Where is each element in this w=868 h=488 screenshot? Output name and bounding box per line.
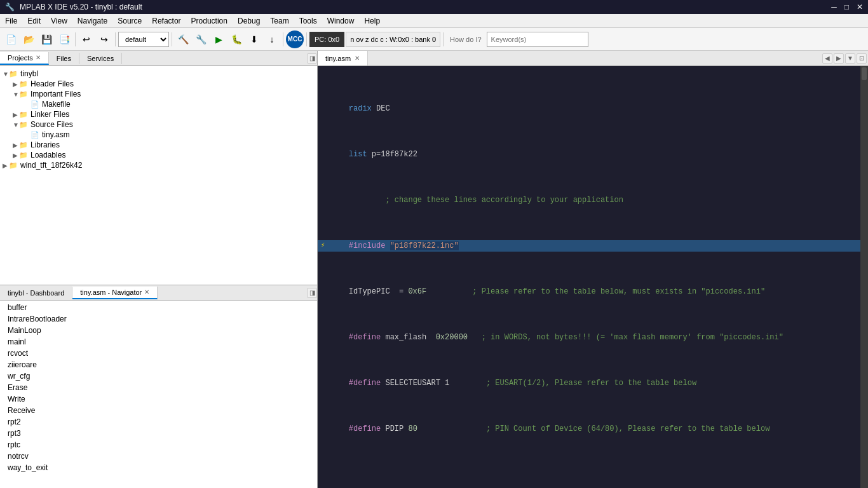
clean-build-btn[interactable]: 🔧 [193,31,209,48]
tab-files[interactable]: Files [49,53,79,64]
expand-source-files[interactable]: ▼ [13,121,19,128]
app-icon: 🔧 [5,3,15,11]
nav-notrcv[interactable]: notrcv [5,451,312,462]
left-panel-toggle[interactable]: ◨ [307,53,317,64]
folder-icon-linker-files: 📁 [19,111,28,119]
editor-next-btn[interactable]: ▶ [834,53,844,64]
menu-tools[interactable]: Tools [294,15,322,27]
save-btn[interactable]: 💾 [38,31,55,48]
nav-rpt2[interactable]: rpt2 [5,416,312,428]
toolbar: 📄 📂 💾 📑 ↩ ↪ default 🔨 🔧 ▶ 🐛 ⬇ ↓ MCC PC: … [0,28,868,51]
nav-buffer[interactable]: buffer [5,302,312,313]
code-line-6: #define max_flash 0x20000 ; in WORDS, no… [318,332,860,343]
toolbar-sep-1 [75,32,76,46]
nav-rcvoct[interactable]: rcvoct [5,348,312,359]
nav-mainl[interactable]: mainl [5,336,312,348]
expand-libraries[interactable]: ▶ [13,142,19,149]
tab-projects[interactable]: Projects ✕ [0,52,49,65]
file-icon-tiny-asm: 📄 [31,131,39,139]
project-tabs: Projects ✕ Files Services ◨ [0,51,317,66]
project-tree: ▼ 📁 tinybl ▶ 📁 Header Files ▼ 📁 Importan… [0,66,317,285]
nav-erase[interactable]: Erase [5,382,312,393]
tree-item-makefile[interactable]: 📄 Makefile [0,99,317,109]
folder-icon-tinybl: 📁 [9,70,18,78]
nav-rptc[interactable]: rptc [5,439,312,451]
main-layout: Projects ✕ Files Services ◨ ▼ 📁 tinybl ▶ [0,51,868,488]
menu-view[interactable]: View [46,15,72,27]
tree-item-source-files[interactable]: ▼ 📁 Source Files [0,119,317,130]
undo-btn[interactable]: ↩ [78,31,95,48]
expand-linker-files[interactable]: ▶ [13,111,19,118]
tree-item-tinybl[interactable]: ▼ 📁 tinybl [0,69,317,79]
build-btn[interactable]: 🔨 [175,31,191,48]
editor-menu-btn[interactable]: ▼ [845,53,855,64]
config-dropdown[interactable]: default [118,32,169,47]
editor-tab-tiny-asm[interactable]: tiny.asm ✕ [318,51,368,65]
minimize-btn[interactable]: ─ [831,3,837,11]
navigator-panel-toggle[interactable]: ◨ [307,288,317,298]
tab-navigator-close[interactable]: ✕ [144,288,149,295]
tree-item-wind-tft[interactable]: ▶ 📁 wind_tft_18f26k42 [0,160,317,170]
program-btn[interactable]: ⬇ [246,31,262,48]
menu-source[interactable]: Source [112,15,147,27]
redo-btn[interactable]: ↪ [96,31,112,48]
tree-item-linker-files[interactable]: ▶ 📁 Linker Files [0,109,317,119]
code-line-7: #define SELECTEUSART 1 ; EUSART(1/2), Pl… [318,377,860,389]
nav-rpt3[interactable]: rpt3 [5,428,312,439]
tab-dashboard[interactable]: tinybl - Dashboard [0,287,72,299]
nav-receive[interactable]: Receive [5,405,312,416]
menu-edit[interactable]: Edit [22,15,46,27]
editor-tab-close[interactable]: ✕ [355,55,360,62]
nav-write[interactable]: Write [5,393,312,405]
tab-navigator[interactable]: tiny.asm - Navigator ✕ [72,287,158,299]
menu-refactor[interactable]: Refactor [147,15,186,27]
menu-debug[interactable]: Debug [233,15,265,27]
maximize-btn[interactable]: □ [844,3,849,11]
tab-projects-close[interactable]: ✕ [36,54,41,61]
toolbar-sep-6 [443,32,444,46]
tree-item-tiny-asm[interactable]: 📄 tiny.asm [0,130,317,140]
expand-important-files[interactable]: ▼ [13,91,19,98]
navigator-tabs: tinybl - Dashboard tiny.asm - Navigator … [0,285,317,301]
close-btn[interactable]: ✕ [857,3,863,11]
code-editor[interactable]: radix DEC list p=18f87k22 ; [318,66,860,488]
nav-wr-cfg[interactable]: wr_cfg [5,370,312,382]
debug-btn[interactable]: 🐛 [228,31,245,48]
expand-tinybl[interactable]: ▼ [3,71,9,78]
navigator-content: buffer IntrareBootloader MainLoop mainl … [0,301,317,488]
save-all-btn[interactable]: 📑 [56,31,72,48]
run-btn[interactable]: ▶ [210,31,227,48]
tree-item-libraries[interactable]: ▶ 📁 Libraries [0,140,317,150]
expand-header-files[interactable]: ▶ [13,81,19,88]
menu-help[interactable]: Help [359,15,385,27]
toolbar-sep-5 [306,32,307,46]
menu-production[interactable]: Production [186,15,233,27]
tab-services[interactable]: Services [79,53,122,64]
editor-area: tiny.asm ✕ ◀ ▶ ▼ ⊡ [318,51,868,488]
menu-window[interactable]: Window [322,15,360,27]
tree-item-header-files[interactable]: ▶ 📁 Header Files [0,79,317,89]
expand-wind-tft[interactable]: ▶ [3,162,9,169]
nav-intrare[interactable]: IntrareBootloader [5,313,312,325]
open-project-btn[interactable]: 📂 [20,31,37,48]
code-scroll-area[interactable]: radix DEC list p=18f87k22 ; [318,66,860,488]
nav-mainloop[interactable]: MainLoop [5,325,312,336]
code-line-9 [318,469,860,480]
vscrollbar-thumb[interactable] [862,67,867,80]
tree-item-important-files[interactable]: ▼ 📁 Important Files [0,89,317,99]
tree-item-loadables[interactable]: ▶ 📁 Loadables [0,150,317,160]
editor-vscrollbar[interactable] [860,66,868,488]
menu-team[interactable]: Team [265,15,294,27]
menu-file[interactable]: File [0,15,22,27]
mcc-btn[interactable]: MCC [286,30,304,48]
menu-navigate[interactable]: Navigate [72,15,112,27]
nav-way-to-exit[interactable]: way_to_exit [5,462,312,473]
nav-ziieroare[interactable]: ziieroare [5,359,312,370]
step-btn[interactable]: ↓ [264,31,280,48]
expand-loadables[interactable]: ▶ [13,152,19,159]
keyword-search[interactable] [487,32,588,47]
editor-expand-btn[interactable]: ⊡ [857,53,867,64]
new-project-btn[interactable]: 📄 [3,31,19,48]
code-line-3: ; change these lines accordingly to your… [318,194,860,206]
editor-prev-btn[interactable]: ◀ [822,53,832,64]
